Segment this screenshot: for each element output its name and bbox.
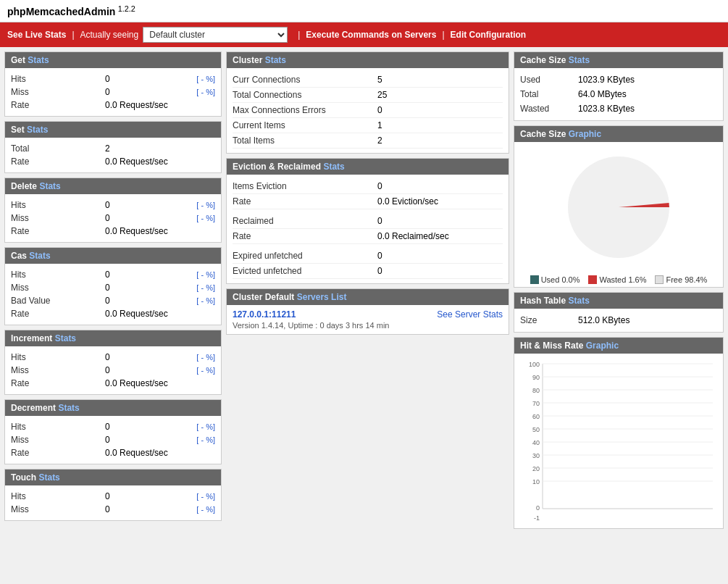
increment-hits-row: Hits 0 [ - %]	[11, 351, 215, 364]
delete-stats-box: Delete Stats Hits 0 [ - %] Miss 0 [ - %]…	[4, 178, 222, 243]
app-version: 1.2.2	[118, 7, 135, 17]
set-stats-box: Set Stats Total 2 Rate 0.0 Request/sec	[4, 121, 222, 173]
total-items-row: Total Items 2	[233, 133, 503, 149]
app-header: phpMemcachedAdmin 1.2.2	[0, 0, 728, 22]
decrement-stats-content: Hits 0 [ - %] Miss 0 [ - %] Rate 0.0 Req…	[5, 416, 221, 464]
legend-free-label: Free 98.4%	[666, 275, 707, 284]
pie-chart-container	[514, 142, 723, 272]
svg-text:0: 0	[536, 504, 540, 512]
cache-size-graphic-header: Cache Size Graphic	[514, 126, 723, 142]
legend-used-label: Used 0.0%	[541, 275, 580, 284]
current-items-row: Current Items 1	[233, 118, 503, 133]
cas-stats-box: Cas Stats Hits 0 [ - %] Miss 0 [ - %] Ba…	[4, 247, 222, 325]
increment-stats-content: Hits 0 [ - %] Miss 0 [ - %] Rate 0.0 Req…	[5, 346, 221, 394]
curr-connections-row: Curr Connections 5	[233, 72, 503, 88]
items-eviction-row: Items Eviction 0	[233, 179, 503, 194]
touch-stats-content: Hits 0 [ - %] Miss 0 [ - %]	[5, 485, 221, 520]
cache-size-stats-header: Cache Size Stats	[514, 52, 723, 68]
svg-text:30: 30	[532, 452, 540, 459]
legend-wasted-color	[588, 275, 597, 284]
cas-stats-header: Cas Stats	[5, 248, 221, 264]
server-address: 127.0.0.1:11211	[233, 309, 296, 320]
touch-stats-box: Touch Stats Hits 0 [ - %] Miss 0 [ - %]	[4, 469, 222, 521]
app-name: phpMemcachedAdmin	[7, 6, 115, 17]
cache-size-graphic-box: Cache Size Graphic Used 0.0%	[514, 125, 724, 288]
cache-size-stats-box: Cache Size Stats Used 1023.9 KBytes Tota…	[514, 51, 724, 121]
legend-used: Used 0.0%	[530, 275, 580, 284]
svg-text:10: 10	[532, 478, 540, 485]
delete-stats-header: Delete Stats	[5, 178, 221, 194]
max-connections-errors-row: Max Connections Errors 0	[233, 103, 503, 118]
cluster-select[interactable]: Default cluster	[143, 27, 288, 43]
eviction-rate-row: Rate 0.0 Eviction/sec	[233, 194, 503, 209]
svg-text:20: 20	[532, 465, 540, 472]
touch-hits-row: Hits 0 [ - %]	[11, 490, 215, 503]
touch-miss-row: Miss 0 [ - %]	[11, 503, 215, 516]
hit-miss-chart-area: 100 90 80 70 60 50 40 30	[514, 354, 723, 528]
legend-wasted-label: Wasted 1.6%	[599, 275, 646, 284]
get-stats-header: Get Stats	[5, 52, 221, 68]
svg-text:50: 50	[532, 426, 540, 433]
reclaimed-row: Reclaimed 0	[233, 214, 503, 229]
cache-wasted-row: Wasted 1023.8 KBytes	[520, 101, 717, 116]
cas-bad-value-row: Bad Value 0 [ - %]	[11, 294, 215, 307]
right-column: Cache Size Stats Used 1023.9 KBytes Tota…	[514, 51, 724, 529]
svg-text:60: 60	[532, 413, 540, 420]
svg-text:-1: -1	[534, 514, 540, 522]
increment-miss-row: Miss 0 [ - %]	[11, 364, 215, 377]
cache-size-stats-content: Used 1023.9 KBytes Total 64.0 MBytes Was…	[514, 68, 723, 120]
set-stats-header: Set Stats	[5, 122, 221, 138]
cluster-stats-header: Cluster Stats	[227, 52, 509, 68]
get-hits-row: Hits 0 [ - %]	[11, 72, 215, 85]
cas-miss-row: Miss 0 [ - %]	[11, 281, 215, 294]
svg-text:80: 80	[532, 387, 540, 394]
cache-total-row: Total 64.0 MBytes	[520, 87, 717, 101]
get-stats-title-suffix: Stats	[28, 55, 49, 65]
legend-free-color	[655, 275, 664, 284]
hit-miss-rate-header: Hit & Miss Rate Graphic	[514, 338, 723, 354]
cache-used-row: Used 1023.9 KBytes	[520, 72, 717, 87]
cluster-servers-box: Cluster Default Servers List 127.0.0.1:1…	[226, 288, 509, 335]
svg-text:90: 90	[532, 374, 540, 381]
cas-rate-row: Rate 0.0 Request/sec	[11, 307, 215, 320]
decrement-stats-header: Decrement Stats	[5, 400, 221, 416]
server-info: Version 1.4.14, Uptime : 0 days 3 hrs 14…	[233, 321, 503, 330]
decrement-miss-row: Miss 0 [ - %]	[11, 433, 215, 446]
set-rate-row: Rate 0.0 Request/sec	[11, 155, 215, 168]
decrement-stats-box: Decrement Stats Hits 0 [ - %] Miss 0 [ -…	[4, 399, 222, 464]
pie-chart	[561, 149, 677, 265]
increment-stats-header: Increment Stats	[5, 330, 221, 346]
cluster-stats-box: Cluster Stats Curr Connections 5 Total C…	[226, 51, 509, 154]
top-bar: See Live Stats | Actually seeing Default…	[0, 22, 728, 47]
increment-stats-box: Increment Stats Hits 0 [ - %] Miss 0 [ -…	[4, 330, 222, 395]
hash-table-stats-content: Size 512.0 KBytes	[514, 309, 723, 332]
set-total-row: Total 2	[11, 142, 215, 155]
svg-text:40: 40	[532, 439, 540, 446]
delete-rate-row: Rate 0.0 Request/sec	[11, 225, 215, 238]
hit-miss-chart: 100 90 80 70 60 50 40 30	[517, 356, 720, 523]
evicted-unfetched-row: Evicted unfetched 0	[233, 264, 503, 279]
get-rate-row: Rate 0.0 Request/sec	[11, 99, 215, 112]
total-connections-row: Total Connections 25	[233, 88, 503, 103]
decrement-rate-row: Rate 0.0 Request/sec	[11, 446, 215, 459]
edit-config-link[interactable]: Edit Configuration	[451, 30, 527, 40]
middle-column: Cluster Stats Curr Connections 5 Total C…	[226, 51, 509, 529]
set-stats-content: Total 2 Rate 0.0 Request/sec	[5, 138, 221, 172]
hash-table-stats-header: Hash Table Stats	[514, 293, 723, 309]
cluster-stats-content: Curr Connections 5 Total Connections 25 …	[227, 68, 509, 153]
see-server-stats-link[interactable]: See Server Stats	[437, 309, 503, 320]
svg-text:100: 100	[529, 361, 540, 368]
delete-miss-row: Miss 0 [ - %]	[11, 212, 215, 225]
main-layout: Get Stats Hits 0 [ - %] Miss 0 [ - %] Ra…	[0, 47, 728, 533]
execute-commands-link[interactable]: Execute Commands on Servers	[306, 30, 436, 40]
legend-wasted: Wasted 1.6%	[588, 275, 646, 284]
server-item: 127.0.0.1:11211 See Server Stats Version…	[227, 305, 509, 334]
legend-free: Free 98.4%	[655, 275, 707, 284]
expired-unfetched-row: Expired unfetched 0	[233, 249, 503, 264]
svg-text:70: 70	[532, 400, 540, 407]
eviction-stats-header: Eviction & Reclaimed Stats	[227, 159, 509, 175]
live-stats-link[interactable]: See Live Stats	[7, 30, 66, 40]
hash-table-stats-box: Hash Table Stats Size 512.0 KBytes	[514, 292, 724, 333]
left-column: Get Stats Hits 0 [ - %] Miss 0 [ - %] Ra…	[4, 51, 222, 529]
get-stats-box: Get Stats Hits 0 [ - %] Miss 0 [ - %] Ra…	[4, 51, 222, 117]
